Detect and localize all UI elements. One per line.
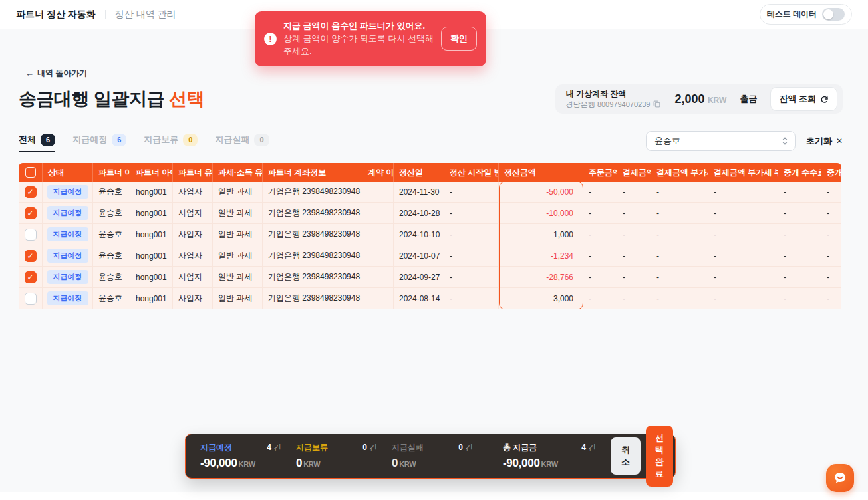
back-link[interactable]: ← 내역 돌아가기 <box>25 68 87 79</box>
table-cell <box>362 182 394 202</box>
table-body: ✓지급예정윤승호hong001사업자일반 과세기업은행 239849823094… <box>19 182 841 309</box>
row-checkbox[interactable] <box>25 293 37 305</box>
column-header: 중개 <box>821 163 841 182</box>
table-cell: 기업은행 2398498230948 <box>263 203 362 223</box>
table-cell: - <box>821 245 841 266</box>
column-header: 정산일 <box>394 163 444 182</box>
tab-label: 전체 <box>19 134 36 146</box>
table-cell: 기업은행 2398498230948 <box>263 288 362 309</box>
column-header: 파트너 이름 <box>93 163 130 182</box>
table-cell: - <box>583 224 617 245</box>
table-cell: 사업자 <box>173 245 213 266</box>
status-badge: 지급예정 <box>47 206 88 219</box>
column-header: 파트너 아이디 <box>130 163 173 182</box>
test-data-control: 테스트 데이터 <box>760 4 852 25</box>
balance-refresh-button[interactable]: 잔액 조회 <box>770 87 837 111</box>
reset-filter-label: 초기화 <box>806 135 832 147</box>
tab-count-badge: 0 <box>254 134 269 146</box>
partner-select-value: 윤승호 <box>654 135 680 147</box>
row-checkbox[interactable]: ✓ <box>25 250 37 262</box>
tab-held[interactable]: 지급보류0 <box>144 134 198 152</box>
table-cell: 일반 과세 <box>213 288 263 309</box>
table-cell: - <box>651 182 708 202</box>
confirm-selection-button[interactable]: 선택완료 <box>646 426 673 487</box>
table-cell: 일반 과세 <box>213 224 263 245</box>
table-cell: - <box>617 288 651 309</box>
table-cell: - <box>821 203 841 223</box>
balance-account-number: 경남은행 8009794070239 <box>566 100 651 109</box>
table-row: ✓지급예정윤승호hong001사업자일반 과세기업은행 239849823094… <box>19 182 841 203</box>
table-cell: - <box>778 224 821 245</box>
row-checkbox[interactable]: ✓ <box>25 186 37 198</box>
row-checkbox[interactable]: ✓ <box>25 271 37 283</box>
cancel-button[interactable]: 취소 <box>611 438 641 475</box>
tab-failed[interactable]: 지급실패0 <box>215 134 269 152</box>
reset-filter-button[interactable]: 초기화 ✕ <box>806 135 843 147</box>
toast-title: 지급 금액이 음수인 파트너가 있어요. <box>283 20 434 33</box>
table-cell: 사업자 <box>173 182 213 202</box>
tab-all[interactable]: 전체6 <box>19 134 55 152</box>
test-data-label: 테스트 데이터 <box>767 9 817 20</box>
status-badge: 지급예정 <box>47 291 88 305</box>
total-count: 4건 <box>581 442 596 453</box>
tab-label: 지급보류 <box>144 134 178 146</box>
withdraw-button[interactable]: 출금 <box>740 93 757 105</box>
summary-item-label: 지급예정 <box>200 442 232 453</box>
column-header: 결제금액 부가세 부담금 <box>708 163 778 182</box>
page-title: 송금대행 일괄지급 선택 <box>19 87 204 111</box>
table-cell: - <box>821 182 841 202</box>
table-row: ✓지급예정윤승호hong001사업자일반 과세기업은행 239849823094… <box>19 267 841 288</box>
filters: 윤승호 초기화 ✕ <box>646 131 843 155</box>
table-cell: hong001 <box>130 245 173 266</box>
table-cell: - <box>708 245 778 266</box>
summary-items: 지급예정4건-90,000KRW지급보류0건0KRW지급실패0건0KRW <box>200 442 473 470</box>
table-cell: - <box>821 288 841 309</box>
summary-item-count: 4건 <box>267 442 281 453</box>
cell-status: 지급예정 <box>43 224 93 245</box>
table-cell <box>362 267 394 287</box>
copy-icon[interactable] <box>652 100 661 108</box>
table-cell: 사업자 <box>173 224 213 245</box>
test-data-toggle[interactable] <box>822 8 845 21</box>
table-cell: 일반 과세 <box>213 245 263 266</box>
balance-amount-group: 2,000 KRW <box>674 92 726 106</box>
cell-settlement-amount: -28,766 <box>499 267 583 287</box>
balance-amount: 2,000 <box>674 92 704 106</box>
total-label: 총 지급금 <box>503 442 537 453</box>
footer-strip <box>0 492 868 500</box>
cell-settlement-amount: -10,000 <box>499 203 583 223</box>
back-arrow-icon: ← <box>25 68 34 78</box>
table-cell <box>362 224 394 245</box>
cell-status: 지급예정 <box>43 288 93 309</box>
column-header: 계약 이름 <box>362 163 394 182</box>
chat-widget-button[interactable] <box>826 464 854 492</box>
table-cell: 기업은행 2398498230948 <box>263 245 362 266</box>
tab-scheduled[interactable]: 지급예정6 <box>72 134 126 152</box>
table-cell: - <box>651 224 708 245</box>
nav-divider <box>105 10 106 19</box>
select-all-checkbox[interactable] <box>25 167 36 178</box>
tab-count-badge: 6 <box>112 134 126 146</box>
table-cell: - <box>583 288 617 309</box>
table-cell: 사업자 <box>173 203 213 223</box>
table-cell: - <box>821 267 841 287</box>
table-cell: 사업자 <box>173 288 213 309</box>
cell-settlement-amount: -1,234 <box>499 245 583 266</box>
column-header: 정산금액 <box>499 163 583 182</box>
status-badge: 지급예정 <box>47 185 88 198</box>
tab-count-badge: 6 <box>41 134 55 146</box>
table-cell: 2024-08-14 <box>394 288 444 309</box>
toast-confirm-button[interactable]: 확인 <box>441 27 477 51</box>
table-header: 상태파트너 이름파트너 아이디파트너 유형과세·소득 유형파트너 계좌정보계약 … <box>19 163 841 182</box>
cell-settlement-amount: 3,000 <box>499 288 583 309</box>
partner-select[interactable]: 윤승호 <box>646 131 796 151</box>
table-cell: 일반 과세 <box>213 182 263 202</box>
table-row: 지급예정윤승호hong001사업자일반 과세기업은행 2398498230948… <box>19 224 841 245</box>
row-checkbox[interactable]: ✓ <box>25 207 37 219</box>
cell-status: 지급예정 <box>43 203 93 223</box>
table-cell: - <box>583 245 617 266</box>
summary-item-amount: 0KRW <box>392 457 473 470</box>
row-checkbox[interactable] <box>25 229 37 241</box>
page-title-main: 송금대행 일괄지급 <box>19 89 164 109</box>
nav-item-settlement-history[interactable]: 정산 내역 관리 <box>115 9 176 21</box>
